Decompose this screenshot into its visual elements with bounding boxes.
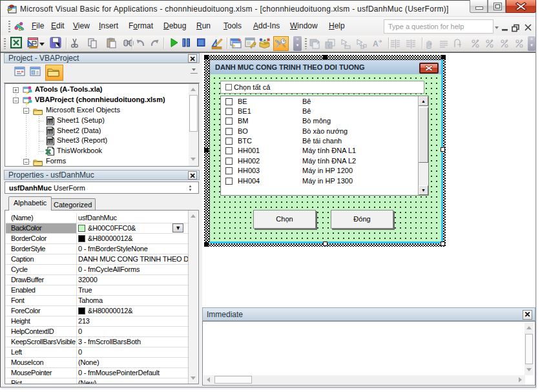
svg-text:A: A (373, 39, 379, 48)
